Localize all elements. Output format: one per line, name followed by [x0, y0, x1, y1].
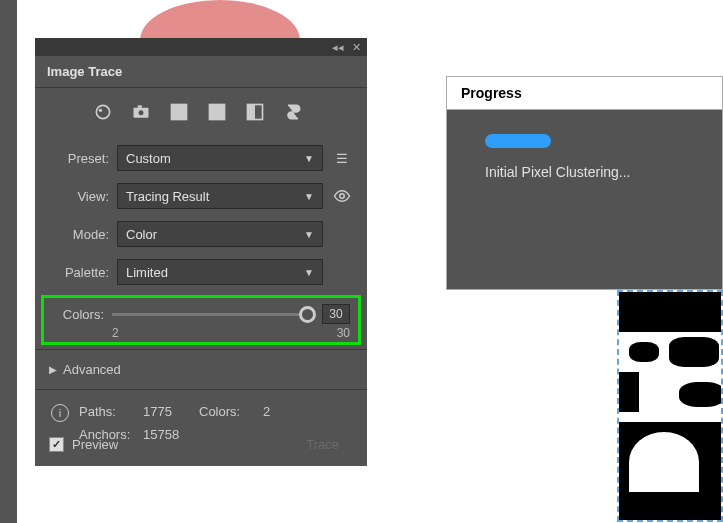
progress-bar: [485, 134, 551, 148]
outline-icon[interactable]: [283, 102, 303, 125]
slider-thumb[interactable]: [299, 306, 316, 323]
auto-color-icon[interactable]: [93, 102, 113, 125]
colors-slider[interactable]: [112, 313, 314, 316]
paths-value: 1775: [143, 404, 199, 419]
view-label: View:: [49, 189, 109, 204]
image-trace-panel: ◂◂ ✕ Image Trace Preset: Custom▼ ☰ View:…: [35, 38, 367, 466]
mode-dropdown[interactable]: Color▼: [117, 221, 323, 247]
advanced-toggle[interactable]: ▶ Advanced: [35, 354, 367, 385]
preset-icon-row: [35, 88, 367, 139]
palette-label: Palette:: [49, 265, 109, 280]
mode-label: Mode:: [49, 227, 109, 242]
svg-point-11: [340, 194, 345, 199]
svg-point-1: [99, 109, 102, 112]
colors-label: Colors:: [52, 307, 104, 322]
svg-rect-8: [210, 105, 225, 120]
traced-preview: [617, 290, 723, 522]
panel-titlebar: ◂◂ ✕: [35, 38, 367, 56]
progress-title: Progress: [447, 77, 722, 110]
colors-count-label: Colors:: [199, 404, 263, 419]
paths-label: Paths:: [79, 404, 143, 419]
trace-button: Trace: [292, 433, 353, 456]
preset-dropdown[interactable]: Custom▼: [117, 145, 323, 171]
grid-icon[interactable]: [169, 102, 189, 125]
preview-label: Preview: [72, 437, 118, 452]
camera-icon[interactable]: [131, 102, 151, 125]
svg-rect-4: [138, 105, 142, 108]
view-dropdown[interactable]: Tracing Result▼: [117, 183, 323, 209]
advanced-label: Advanced: [63, 362, 121, 377]
bw-icon[interactable]: [245, 102, 265, 125]
triangle-right-icon: ▶: [49, 364, 57, 375]
close-icon[interactable]: ✕: [352, 41, 361, 54]
colors-value-input[interactable]: 30: [322, 304, 350, 324]
panel-title: Image Trace: [35, 56, 367, 88]
chevron-down-icon: ▼: [304, 191, 314, 202]
collapse-icon[interactable]: ◂◂: [332, 41, 344, 54]
palette-dropdown[interactable]: Limited▼: [117, 259, 323, 285]
eye-icon[interactable]: [331, 187, 353, 205]
chevron-down-icon: ▼: [304, 267, 314, 278]
svg-point-0: [96, 105, 109, 118]
preview-checkbox[interactable]: ✓ Preview: [49, 437, 118, 452]
colors-highlighted-section: Colors: 30 2 30: [41, 295, 361, 345]
colors-min: 2: [112, 326, 119, 340]
svg-point-3: [139, 110, 144, 115]
colors-max: 30: [337, 326, 350, 340]
progress-status: Initial Pixel Clustering...: [485, 164, 684, 180]
svg-rect-10: [248, 105, 256, 120]
app-side-bar: [0, 0, 17, 523]
shades-icon[interactable]: [207, 102, 227, 125]
chevron-down-icon: ▼: [304, 229, 314, 240]
checkbox-icon: ✓: [49, 437, 64, 452]
preset-label: Preset:: [49, 151, 109, 166]
colors-count-value: 2: [263, 404, 293, 419]
progress-dialog: Progress Initial Pixel Clustering...: [446, 76, 723, 290]
info-icon: i: [51, 404, 69, 422]
preset-menu-icon[interactable]: ☰: [331, 151, 353, 166]
chevron-down-icon: ▼: [304, 153, 314, 164]
